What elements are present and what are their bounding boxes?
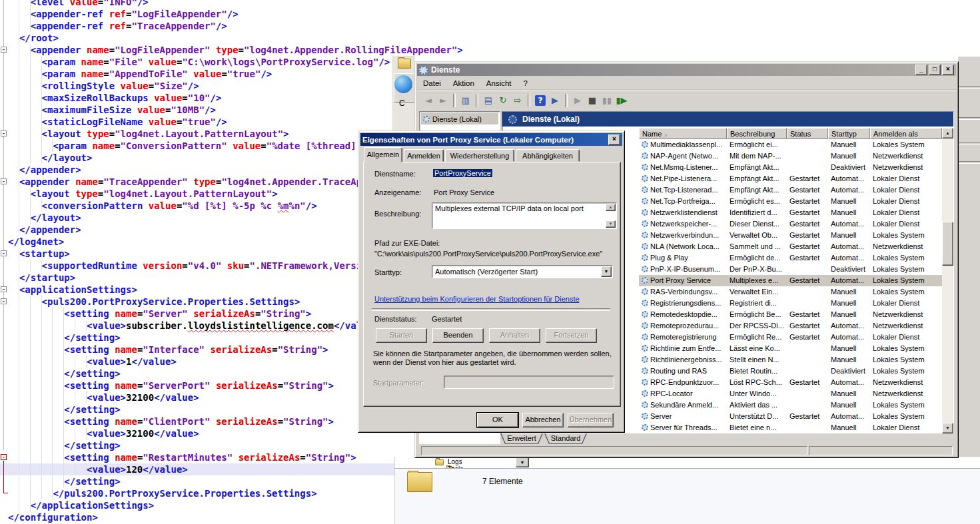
- fold-toggle-icon[interactable]: -: [1, 298, 7, 304]
- selected-text: PortProxyService: [433, 169, 492, 177]
- scrollbar-thumb[interactable]: [942, 222, 953, 266]
- fold-toggle-icon[interactable]: -: [1, 178, 7, 184]
- minimize-button[interactable]: _: [915, 65, 927, 75]
- service-row[interactable]: NLA (Network Loca...Sammelt und ...Gesta…: [639, 241, 942, 252]
- export-list-icon[interactable]: ⇨: [511, 94, 524, 107]
- explorer-window-fragment: C: [392, 56, 415, 131]
- scroll-up-icon[interactable]: ▲: [606, 204, 616, 211]
- service-row[interactable]: NetzwerklistendienstIdentifiziert d...Ge…: [639, 207, 942, 218]
- column-header-starttyp[interactable]: Starttyp: [828, 128, 870, 139]
- back-icon[interactable]: [394, 75, 412, 93]
- service-gear-icon: [642, 266, 648, 272]
- ok-button[interactable]: OK: [477, 413, 518, 427]
- start-service-icon[interactable]: ▶: [571, 94, 584, 107]
- service-row[interactable]: RAS-Verbindungsv...Verwaltet Ein...Manue…: [639, 286, 942, 298]
- service-row[interactable]: Richtlinie zum Entfe...Lässt eine Ko...M…: [639, 343, 942, 354]
- restart-service-icon[interactable]: ▮▶: [615, 94, 628, 107]
- forward-icon[interactable]: ►: [436, 94, 450, 107]
- maximize-button[interactable]: □: [929, 65, 941, 75]
- service-row[interactable]: Net.Tcp-Listenerad...Empfängt Akt...Gest…: [639, 184, 942, 196]
- status-cell: [787, 354, 828, 366]
- folder-item-label[interactable]: Logs: [448, 458, 462, 465]
- service-row[interactable]: Netzwerkspeicher-...Dieser Dienst...Gest…: [639, 218, 942, 230]
- description-field[interactable]: Multiplexes external TCP/IP data on loca…: [432, 202, 617, 229]
- scroll-up-button[interactable]: ▲: [942, 128, 953, 138]
- pause-button[interactable]: Anhalten: [489, 328, 540, 343]
- column-header-status[interactable]: Status: [787, 128, 828, 139]
- tree-item-dienste-lokal[interactable]: Dienste (Lokal): [421, 113, 498, 125]
- service-row[interactable]: Registrierungsdiens...Registriert di...M…: [639, 298, 942, 309]
- code-fold-gutter[interactable]: -------: [0, 0, 8, 524]
- fold-toggle-icon[interactable]: -: [1, 250, 7, 256]
- display-name-value[interactable]: Port Proxy Service: [434, 188, 494, 196]
- services-title-bar[interactable]: Dienste _□×: [417, 64, 956, 76]
- service-row[interactable]: Port Proxy ServiceMultiplexes e...Gestar…: [639, 275, 942, 286]
- refresh-icon[interactable]: ↻: [496, 94, 510, 107]
- service-row[interactable]: Remotedesktopdie...Ermöglicht Be...Gesta…: [639, 309, 942, 320]
- service-row[interactable]: Server für Threads...Bietet eine n...Man…: [639, 422, 942, 433]
- fold-toggle-icon[interactable]: -: [1, 286, 7, 292]
- extended-view-icon[interactable]: ▶: [548, 94, 562, 107]
- tab-wiederherstellung[interactable]: Wiederherstellung: [445, 149, 514, 162]
- service-row[interactable]: PnP-X-IP-Busenum...Der PnP-X-Bu...Deakti…: [639, 264, 942, 275]
- dropdown-button[interactable]: ▼: [516, 457, 529, 467]
- start-parameters-input[interactable]: [444, 376, 614, 389]
- help-icon[interactable]: ?: [535, 95, 546, 106]
- show-console-tree-icon[interactable]: ▥: [459, 94, 472, 107]
- status-cell: [787, 150, 828, 162]
- start-button[interactable]: Starten: [376, 328, 427, 343]
- column-header-anmelden-als[interactable]: Anmelden als: [870, 128, 942, 139]
- column-header-name[interactable]: Name ▲: [639, 128, 727, 139]
- service-row[interactable]: Sekundäre Anmeld...Aktiviert das ...Manu…: [639, 399, 942, 411]
- service-name-value[interactable]: PortProxyService: [433, 169, 492, 177]
- service-row[interactable]: Net.Msmq-Listener...Empfängt Akt...Deakt…: [639, 162, 942, 173]
- service-row[interactable]: Multimediaklassenpl...Ermöglicht ei...Ma…: [639, 139, 942, 150]
- service-row[interactable]: RPC-Endpunktzuor...Löst RPC-Sch...Gestar…: [639, 377, 942, 388]
- service-row[interactable]: RemoteregistrierungErmöglicht Re...Gesta…: [639, 332, 942, 343]
- apply-button[interactable]: Übernehmen: [568, 413, 614, 427]
- tab-label: Standard: [551, 434, 581, 442]
- back-icon[interactable]: ◄: [422, 94, 435, 107]
- dialog-title-bar[interactable]: Eigenschaften von Port Proxy Service (Lo…: [360, 133, 622, 146]
- startup-options-help-link[interactable]: Unterstützung beim Konfigurieren der Sta…: [374, 295, 580, 303]
- service-row[interactable]: RPC-LocatorUnter Windo...ManuellNetzwerk…: [639, 388, 942, 399]
- stop-button[interactable]: Beenden: [432, 328, 484, 343]
- tab-anmelden[interactable]: Anmelden: [404, 149, 444, 162]
- properties-icon[interactable]: ▤: [482, 94, 495, 107]
- description-cell: Ermöglicht de...: [727, 252, 787, 264]
- tab-page: [363, 162, 621, 407]
- service-row[interactable]: Routing und RASBietet Routin...Deaktivie…: [639, 366, 942, 377]
- menu-ansicht[interactable]: Ansicht: [480, 78, 518, 89]
- close-button[interactable]: ×: [942, 65, 954, 75]
- service-row[interactable]: Net.Tcp-Portfreiga...Ermöglicht es...Ges…: [639, 196, 942, 207]
- service-row[interactable]: ServerUnterstützt D...GestartetAutomat..…: [639, 411, 942, 422]
- explorer-folder-list[interactable]: Logs Tools ▼: [394, 457, 980, 468]
- stop-service-icon[interactable]: ■: [586, 94, 599, 107]
- scroll-down-icon[interactable]: ▼: [606, 220, 616, 228]
- menu-aktion[interactable]: Aktion: [447, 78, 480, 89]
- service-row[interactable]: Netzwerkverbindun...Verwaltet Ob...Gesta…: [639, 230, 942, 241]
- startup-type-select[interactable]: Automatisch (Verzögerter Start) ▼: [432, 265, 613, 278]
- service-row[interactable]: Plug & PlayErmöglicht de...GestartetAuto…: [639, 252, 942, 264]
- close-icon[interactable]: ×: [608, 134, 620, 145]
- fold-toggle-icon-active[interactable]: -: [1, 454, 7, 460]
- tab-erweitert[interactable]: Erweitert: [500, 433, 543, 444]
- service-row[interactable]: Richtlinienergebniss...Stellt einen N...…: [639, 354, 942, 366]
- tab-allgemein[interactable]: Allgemein: [364, 147, 402, 162]
- service-row[interactable]: NAP-Agent (Netwo...Mit dem NAP-...Manuel…: [639, 150, 942, 162]
- vertical-scrollbar[interactable]: ▲ ▼: [942, 128, 953, 433]
- scroll-down-button[interactable]: ▼: [942, 423, 953, 433]
- fold-toggle-icon[interactable]: -: [1, 131, 7, 136]
- service-row[interactable]: Remoteprozedurau...Der RPCSS-Di...Gestar…: [639, 320, 942, 332]
- column-header-beschreibung[interactable]: Beschreibung: [727, 128, 787, 139]
- menu-[interactable]: ?: [518, 78, 534, 89]
- menu-datei[interactable]: Datei: [417, 78, 447, 89]
- tab-abhaengigkeiten[interactable]: Abhängigkeiten: [516, 149, 580, 162]
- service-row[interactable]: Net.Pipe-Listenera...Empfängt Akt...Gest…: [639, 173, 942, 184]
- cancel-button[interactable]: Abbrechen: [522, 413, 564, 427]
- tab-standard[interactable]: Standard: [544, 433, 587, 444]
- resume-button[interactable]: Fortsetzen: [546, 328, 597, 343]
- pause-service-icon[interactable]: ▮▮: [600, 94, 614, 107]
- fold-toggle-icon[interactable]: -: [1, 47, 7, 53]
- chevron-down-icon[interactable]: ▼: [601, 266, 612, 277]
